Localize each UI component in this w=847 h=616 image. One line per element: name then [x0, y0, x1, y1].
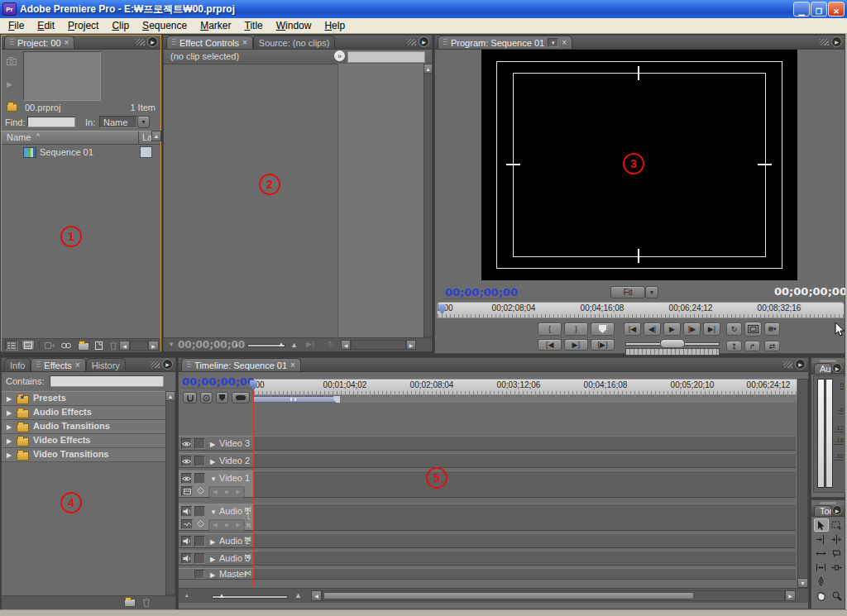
timeline-vscrollbar[interactable]: [797, 379, 808, 588]
toggle-track-lock-icon[interactable]: [194, 536, 205, 547]
menu-clip[interactable]: Clip: [105, 19, 136, 32]
project-scrollbar[interactable]: [130, 341, 148, 351]
close-icon[interactable]: ×: [242, 39, 247, 47]
icon-view-button[interactable]: [22, 340, 35, 351]
play-preview-icon[interactable]: ▶: [7, 80, 18, 88]
zoom-out-icon[interactable]: ▴: [185, 592, 189, 599]
ec-hscrollbar[interactable]: [351, 340, 406, 350]
fit-dropdown-icon[interactable]: ▼: [645, 286, 658, 298]
keyframe-nav[interactable]: ◀◆▶: [208, 486, 245, 498]
restore-button[interactable]: ❐: [811, 2, 827, 17]
close-button[interactable]: ✕: [828, 2, 845, 17]
safe-margins-button[interactable]: [744, 322, 762, 337]
set-in-button[interactable]: {: [538, 322, 562, 336]
toggle-output-bowtie-icon[interactable]: ⋈: [244, 552, 251, 561]
menu-marker[interactable]: Marker: [194, 19, 237, 32]
contains-input[interactable]: [50, 375, 164, 387]
timeline-scroll-left[interactable]: ◀: [311, 590, 322, 601]
video3-header[interactable]: ▶ Video 3: [179, 436, 253, 451]
tab-effect-controls[interactable]: Effect Controls ×: [166, 36, 253, 49]
tab-info[interactable]: Info: [4, 358, 31, 371]
toggle-track-lock-icon[interactable]: [194, 473, 205, 484]
hand-tool[interactable]: [814, 589, 829, 602]
audio2-header[interactable]: ▶ Audio 2 ⋈: [179, 533, 253, 548]
timeline-scroll-down[interactable]: ▼: [797, 578, 808, 588]
marker-menu-button[interactable]: [232, 392, 250, 404]
audio3-lane[interactable]: [253, 551, 796, 566]
project-scroll-up[interactable]: ▲: [151, 131, 161, 141]
zoom-slider-thumb[interactable]: ▲: [218, 592, 225, 599]
effects-row-video-transitions[interactable]: ▶ Video Transitions: [2, 448, 165, 462]
clear-trash-icon[interactable]: [109, 341, 117, 350]
video1-lane[interactable]: [253, 470, 796, 498]
panel-menu-icon[interactable]: ▶: [832, 363, 842, 373]
set-display-style-icon[interactable]: [181, 486, 193, 496]
audio3-header[interactable]: ▶ Audio 3 ⋈: [179, 551, 253, 566]
find-icon[interactable]: [61, 341, 71, 350]
toggle-track-lock-icon[interactable]: [194, 438, 205, 449]
close-icon[interactable]: ×: [290, 361, 295, 370]
shuttle-thumb[interactable]: [660, 339, 685, 348]
keyframe-nav[interactable]: ◀◆▶: [208, 519, 245, 531]
toggle-track-output-icon[interactable]: [181, 506, 192, 517]
lift-button[interactable]: ↥: [726, 341, 742, 351]
tab-effects[interactable]: Effects ×: [31, 358, 85, 371]
snap-button[interactable]: [183, 392, 197, 404]
extract-button[interactable]: ↱: [744, 341, 760, 351]
panel-menu-icon[interactable]: ▶: [795, 359, 806, 370]
sequence-dropdown-icon[interactable]: ▼: [548, 38, 558, 47]
fit-dropdown[interactable]: Fit: [610, 286, 645, 298]
goto-next-edit-button[interactable]: ▶|: [703, 322, 720, 336]
loop-button[interactable]: ↻: [726, 322, 742, 336]
expander-icon[interactable]: ▶: [210, 571, 215, 579]
slide-tool[interactable]: [830, 561, 845, 574]
tab-timeline[interactable]: Timeline: Sequence 01 ×: [181, 358, 301, 371]
ec-scroll-right[interactable]: ▶: [406, 340, 416, 350]
rolling-edit-tool[interactable]: [830, 532, 845, 546]
toggle-track-output-icon[interactable]: [181, 553, 192, 564]
audio1-header[interactable]: ▼ Audio 1 ⋈ ◀◆▶ L R: [179, 504, 253, 531]
tab-audio-meters[interactable]: Audio Master Meters: [814, 363, 832, 374]
toggle-track-output-icon[interactable]: [181, 438, 192, 449]
close-icon[interactable]: ×: [562, 39, 567, 47]
timeline-hscrollbar[interactable]: [322, 590, 785, 601]
in-select[interactable]: Name: [99, 116, 137, 128]
step-back-button[interactable]: ◀|: [644, 322, 661, 336]
expander-icon[interactable]: ▶: [7, 409, 12, 417]
set-out-button[interactable]: }: [564, 322, 588, 336]
timeline-current-timecode[interactable]: 00;00;00;00: [182, 375, 255, 389]
expander-icon[interactable]: ▶: [7, 423, 12, 431]
project-item-sequence[interactable]: Sequence 01: [40, 147, 93, 157]
expander-icon[interactable]: ▶: [210, 556, 215, 563]
zoom-slider-thumb[interactable]: ▲: [278, 341, 285, 348]
panel-menu-icon[interactable]: ▶: [162, 359, 173, 370]
toggle-output-bowtie-icon[interactable]: ⋈: [244, 569, 251, 577]
effects-row-video-effects[interactable]: ▶ Video Effects: [2, 434, 165, 448]
expander-icon[interactable]: ▶: [7, 437, 12, 445]
close-icon[interactable]: ×: [65, 39, 69, 47]
play-in-to-out-button[interactable]: {▶}: [591, 339, 615, 351]
list-view-button[interactable]: [5, 340, 18, 351]
project-list-header[interactable]: Name ^ Lab: [2, 131, 160, 145]
video3-lane[interactable]: [253, 436, 796, 451]
label-color-chip[interactable]: [140, 146, 152, 158]
video2-header[interactable]: ▶ Video 2: [179, 453, 253, 468]
expander-icon[interactable]: ▶: [7, 395, 12, 403]
find-input[interactable]: [27, 117, 75, 127]
zoom-tool[interactable]: [830, 589, 845, 602]
show-hide-keyframes-icon[interactable]: »: [334, 50, 345, 61]
zoom-out-icon[interactable]: ▴: [235, 341, 238, 348]
rate-stretch-tool[interactable]: [814, 547, 829, 560]
tab-tools[interactable]: Tools: [814, 505, 832, 516]
title-bar[interactable]: Pr Adobe Premiere Pro - E:₩프로젝트₩00.prpro…: [0, 0, 847, 18]
expander-icon[interactable]: ▶: [210, 441, 215, 448]
close-icon[interactable]: ×: [75, 361, 80, 370]
program-current-timecode[interactable]: 00;00;00;00: [445, 286, 518, 299]
effect-controls-mini-timeline[interactable]: [347, 51, 425, 63]
audio2-lane[interactable]: [253, 533, 796, 548]
tab-program[interactable]: Program: Sequence 01 ▼ ×: [438, 36, 572, 49]
panel-drag-grip[interactable]: [820, 502, 836, 504]
jog-disk[interactable]: [625, 348, 720, 356]
goto-out-button[interactable]: ▶}: [564, 339, 588, 351]
expander-icon[interactable]: ▼: [210, 475, 217, 483]
